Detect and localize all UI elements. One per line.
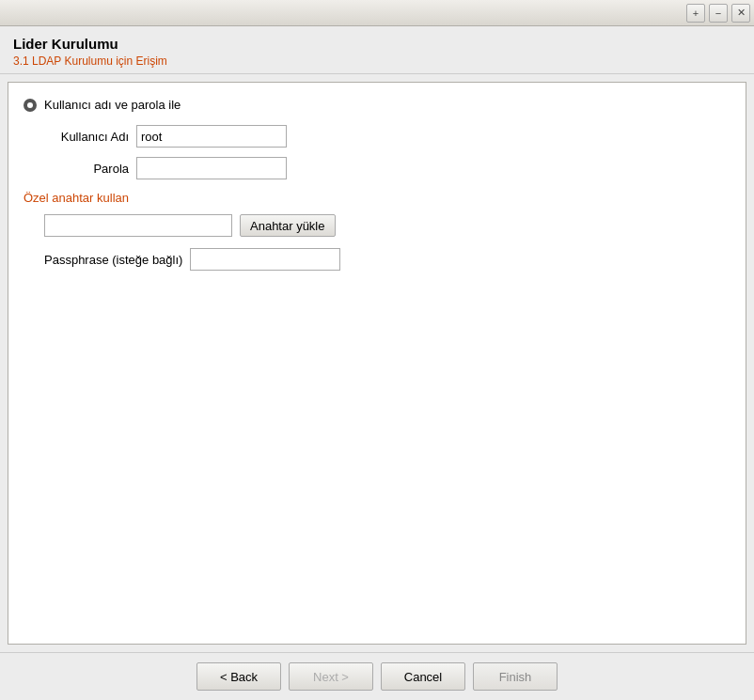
upload-key-button[interactable]: Anahtar yükle xyxy=(240,214,336,237)
auth-option-label: Kullanıcı adı ve parola ile xyxy=(44,98,181,112)
maximize-button[interactable]: − xyxy=(709,4,728,23)
close-button[interactable]: ✕ xyxy=(731,4,750,23)
password-label: Parola xyxy=(44,162,129,176)
passphrase-row: Passphrase (isteğe bağlı) xyxy=(44,248,730,271)
finish-button[interactable]: Finish xyxy=(473,662,558,691)
back-button[interactable]: < Back xyxy=(196,662,281,691)
auth-option: Kullanıcı adı ve parola ile xyxy=(24,98,730,112)
key-file-input[interactable] xyxy=(44,214,232,237)
passphrase-label: Passphrase (isteğe bağlı) xyxy=(44,253,182,267)
auth-radio[interactable] xyxy=(24,99,37,112)
key-section-label[interactable]: Özel anahtar kullan xyxy=(24,191,730,205)
cancel-button[interactable]: Cancel xyxy=(381,662,465,691)
key-upload-row: Anahtar yükle xyxy=(44,214,730,237)
page-title: Lider Kurulumu xyxy=(13,36,741,52)
minimize-button[interactable]: + xyxy=(686,4,705,23)
password-group: Parola xyxy=(44,157,730,179)
titlebar-buttons: + − ✕ xyxy=(686,4,750,23)
footer: < Back Next > Cancel Finish xyxy=(0,652,754,700)
password-input[interactable] xyxy=(136,157,287,179)
main-area: Kullanıcı adı ve parola ile Kullanıcı Ad… xyxy=(8,82,746,645)
titlebar: + − ✕ xyxy=(0,0,754,26)
page-subtitle: 3.1 LDAP Kurulumu için Erişim xyxy=(13,54,741,68)
next-button[interactable]: Next > xyxy=(289,662,373,691)
window-content: Lider Kurulumu 3.1 LDAP Kurulumu için Er… xyxy=(0,26,754,700)
username-label: Kullanıcı Adı xyxy=(44,130,129,144)
username-group: Kullanıcı Adı xyxy=(44,125,730,148)
passphrase-input[interactable] xyxy=(190,248,340,271)
username-input[interactable] xyxy=(136,125,287,148)
header: Lider Kurulumu 3.1 LDAP Kurulumu için Er… xyxy=(0,26,754,74)
